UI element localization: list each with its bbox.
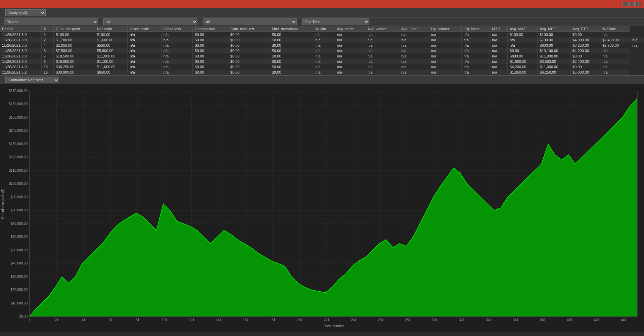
x-tick-label: 341 [486, 318, 492, 322]
table-cell: $100.00 [538, 32, 570, 38]
table-header[interactable]: % Trade [600, 26, 630, 32]
x-tick-label: 1 [29, 318, 31, 322]
table-row: 11/28/2021 3:07$18,500.00$11,000.00n/an/… [0, 53, 644, 59]
table-header[interactable]: Commission [193, 26, 228, 32]
table-cell: $0.00 [228, 59, 270, 64]
x-axis-label: Trade number [323, 324, 344, 328]
table-header[interactable]: Period [0, 26, 41, 32]
table-cell: $4,200.00 [508, 64, 538, 70]
close-button[interactable]: × [636, 2, 641, 6]
table-cell: 15 [41, 64, 53, 70]
table-cell: $0.00 [570, 53, 600, 59]
table-cell: n/a [490, 43, 508, 48]
table-cell: $0.00 [228, 64, 270, 70]
table-cell: 16 [41, 70, 53, 75]
timebase-select[interactable]: Exit Time Entry Time [302, 18, 369, 25]
chart-area: $0.00$10,000.00$20,000.00$30,000.00$40,0… [0, 84, 644, 332]
x-tick-label: 161 [243, 318, 248, 322]
y-tick-label: $160,000.00 [9, 102, 28, 106]
table-cell: n/a [600, 59, 630, 64]
table-header[interactable]: Cum. max. d▼ [228, 26, 270, 32]
table-cell: n/a [128, 37, 161, 43]
x-tick-label: 221 [324, 318, 330, 322]
table-cell: $11,000.00 [538, 53, 570, 59]
table-cell: 8 [41, 59, 53, 64]
table-cell: $100.00 [95, 32, 128, 38]
table-cell: n/a [399, 53, 429, 59]
table-cell: $11,000.00 [95, 53, 128, 59]
wl-select[interactable]: All Winners Losers [203, 18, 297, 25]
table-cell: n/a [313, 48, 335, 53]
table-cell: n/a [630, 37, 644, 43]
table-row: 11/28/2021 3:06$7,500.00$5,900.00n/an/a$… [0, 48, 644, 53]
y-tick-label: $0.00 [19, 314, 28, 318]
table-header[interactable]: MTR [490, 26, 508, 32]
table-cell: n/a [399, 37, 429, 43]
filter-bar: Trades Daily Weekly Monthly All Long Sho… [0, 17, 644, 26]
table-cell: $1,600.00 [95, 37, 128, 43]
table-cell: 2 [41, 37, 53, 43]
table-cell: n/a [429, 43, 461, 48]
x-tick-label: 261 [378, 318, 383, 322]
table-header[interactable]: Lrg. loser [461, 26, 490, 32]
table-cell: $1,700.00 [54, 37, 95, 43]
table-row: 11/28/2021 3:04$2,050.00$550.00n/an/a$0.… [0, 43, 644, 48]
display-bar: Analysis ($) Analysis (%) Summary [0, 8, 644, 17]
table-header[interactable]: Avg. ETD [570, 26, 600, 32]
table-header[interactable]: Avg. MFE [538, 26, 570, 32]
longshort-select[interactable]: All Long Short [103, 18, 197, 25]
table-cell: $0.00 [193, 48, 228, 53]
x-tick-label: 41 [82, 318, 86, 322]
table-cell: $30,900.00 [54, 70, 95, 75]
table-cell: n/a [161, 59, 192, 64]
table-header[interactable]: Lrg. winner [429, 26, 461, 32]
x-tick-label: 441 [621, 318, 627, 322]
table-cell: n/a [128, 53, 161, 59]
table-header[interactable]: Max. drawdown [270, 26, 313, 32]
table-cell: $0.00 [228, 43, 270, 48]
y-tick-label: $40,000.00 [11, 261, 28, 265]
table-header[interactable]: Net profit [95, 26, 128, 32]
table-cell: $5,900.00 [95, 48, 128, 53]
display-select[interactable]: Analysis ($) Analysis (%) Summary [5, 9, 46, 16]
y-tick-label: $20,000.00 [11, 288, 28, 292]
table-header[interactable]: Avg. winner [365, 26, 399, 32]
window-controls: _ □ × [623, 2, 641, 6]
table-cell: $7,500.00 [54, 48, 95, 53]
table-cell: n/a [461, 70, 490, 75]
y-tick-label: $60,000.00 [11, 235, 28, 239]
table-cell: 11/28/2021 4:0 [0, 64, 41, 70]
table-header[interactable]: Gross loss [161, 26, 192, 32]
table-header[interactable]: Gross profit [128, 26, 161, 32]
y-tick-label: $110,000.00 [9, 169, 28, 172]
table-cell: n/a [429, 32, 461, 38]
x-tick-label: 361 [513, 318, 519, 322]
table-header[interactable]: # [41, 26, 53, 32]
table-header[interactable]: Cum. net profit [54, 26, 95, 32]
minimize-button[interactable]: _ [623, 2, 628, 6]
graph-metric-select[interactable]: Cumulative Net Profit Net Profit % Win [5, 77, 59, 83]
table-cell: n/a [600, 70, 630, 75]
maximize-button[interactable]: □ [629, 2, 635, 6]
x-tick-label: 381 [540, 318, 546, 322]
table-cell: 11/28/2021 5:2 [0, 70, 41, 75]
table-cell: n/a [490, 59, 508, 64]
table-cell: n/a [399, 43, 429, 48]
table-cell: $19,600.00 [54, 59, 95, 64]
y-tick-label: $30,000.00 [11, 275, 28, 279]
table-header[interactable]: Avg. loser [399, 26, 429, 32]
table-cell: $0.00 [193, 59, 228, 64]
table-cell: $5,600.00 [570, 70, 600, 75]
table-cell: 7 [41, 53, 53, 59]
table-cell: $11,000.00 [95, 64, 128, 70]
table-cell: n/a [128, 70, 161, 75]
table-header[interactable]: Avg. MAE [508, 26, 538, 32]
table-header[interactable]: Avg. trade [335, 26, 365, 32]
table-cell: $4,200.00 [570, 48, 600, 53]
table-header[interactable]: % Win [313, 26, 335, 32]
table-cell: $550.00 [95, 43, 128, 48]
period-select[interactable]: Trades Daily Weekly Monthly [4, 18, 98, 25]
table-cell: n/a [399, 48, 429, 53]
table-cell: $4,000.00 [570, 37, 600, 43]
table-cell: $0.00 [270, 64, 313, 70]
